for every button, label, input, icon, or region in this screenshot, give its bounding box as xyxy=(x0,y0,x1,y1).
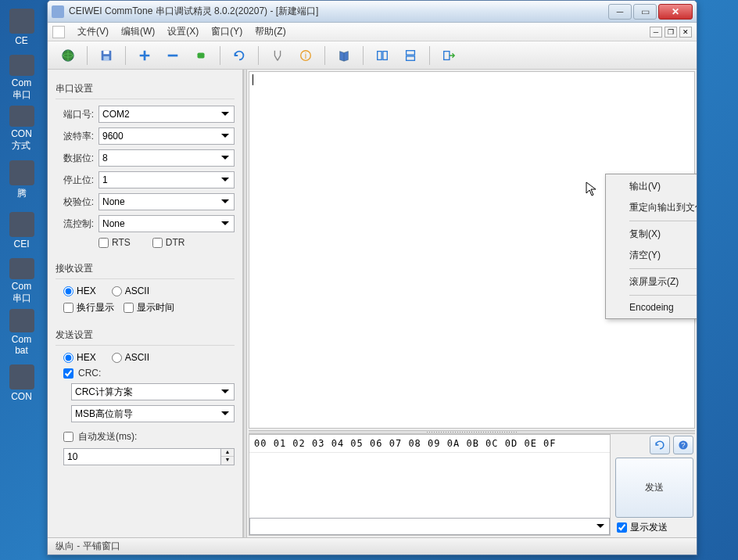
send-ascii-label[interactable]: ASCII xyxy=(125,352,149,363)
flow-select[interactable]: None xyxy=(99,215,235,232)
autosend-label[interactable]: 自动发送(ms): xyxy=(78,430,137,443)
serial-settings-header: 串口设置 xyxy=(56,79,235,99)
remove-icon[interactable] xyxy=(160,45,185,66)
crc-checkbox[interactable] xyxy=(63,368,73,379)
show-send-checkbox[interactable] xyxy=(617,522,627,533)
svg-text:?: ? xyxy=(681,440,685,449)
wrap-checkbox[interactable] xyxy=(63,303,73,313)
split-v-icon[interactable] xyxy=(370,45,395,66)
ctx-scroll[interactable]: 滚屏显示(Z) xyxy=(607,271,697,293)
menu-edit[interactable]: 编辑(W) xyxy=(115,23,161,40)
rts-checkbox[interactable] xyxy=(99,238,109,248)
flow-label: 流控制: xyxy=(56,217,99,231)
show-send-label[interactable]: 显示发送 xyxy=(630,521,668,534)
send-hex-radio[interactable] xyxy=(63,353,73,363)
recv-settings-header: 接收设置 xyxy=(56,259,235,279)
status-text: 纵向 - 平铺窗口 xyxy=(56,540,120,553)
dtr-checkbox[interactable] xyxy=(152,238,163,248)
send-button[interactable]: 发送 xyxy=(615,458,693,518)
info-icon[interactable]: i xyxy=(293,45,318,66)
mdi-minimize[interactable]: ─ xyxy=(650,27,662,38)
close-button[interactable]: ✕ xyxy=(658,4,693,20)
baud-select[interactable]: 9600 xyxy=(99,127,235,145)
send-ascii-radio[interactable] xyxy=(112,353,122,363)
parity-label: 校验位: xyxy=(56,196,99,209)
ctx-redirect[interactable]: 重定向输出到文件(W) xyxy=(607,197,697,218)
send-controls: ? 发送 显示发送 xyxy=(614,434,695,536)
autosend-checkbox[interactable] xyxy=(63,432,73,442)
interval-input[interactable] xyxy=(63,448,221,465)
menu-window[interactable]: 窗口(Y) xyxy=(205,23,249,40)
crc-label[interactable]: CRC: xyxy=(78,368,101,379)
titlebar[interactable]: CEIWEI CommTone 串口调试精灵 8.0.2(20207) - [新… xyxy=(48,1,697,23)
dtr-label[interactable]: DTR xyxy=(166,237,185,248)
book-icon[interactable] xyxy=(331,45,356,66)
body-area: 串口设置 端口号: COM2 波特率: 9600 数据位: 8 停止位: 1 校… xyxy=(48,70,697,537)
ctx-scroll-label: 滚屏显示(Z) xyxy=(629,275,679,289)
menu-help[interactable]: 帮助(Z) xyxy=(249,23,292,40)
refresh-button[interactable] xyxy=(650,436,670,454)
menu-settings[interactable]: 设置(X) xyxy=(161,23,205,40)
recv-ascii-label[interactable]: ASCII xyxy=(125,285,149,296)
desktop-icon[interactable]: Com串口 xyxy=(0,258,43,305)
mdi-close[interactable]: ✕ xyxy=(679,27,692,38)
wrap-label[interactable]: 换行显示 xyxy=(77,301,114,314)
ctx-encoding-label: Encodeing xyxy=(629,302,674,313)
port-select[interactable]: COM2 xyxy=(99,106,235,123)
time-checkbox[interactable] xyxy=(124,303,134,313)
add-icon[interactable] xyxy=(132,45,157,66)
recv-hex-label[interactable]: HEX xyxy=(77,285,96,296)
svg-rect-9 xyxy=(407,50,415,54)
parity-select[interactable]: None xyxy=(99,193,235,210)
desktop-icon[interactable]: CON xyxy=(0,360,43,407)
data-select[interactable]: 8 xyxy=(99,149,235,167)
send-hex-label[interactable]: HEX xyxy=(77,352,96,363)
svg-rect-4 xyxy=(198,52,205,58)
window-title: CEIWEI CommTone 串口调试精灵 8.0.2(20207) - [新… xyxy=(69,5,607,18)
svg-rect-7 xyxy=(378,51,382,59)
help-button[interactable]: ? xyxy=(673,436,693,454)
maximize-button[interactable]: ▭ xyxy=(633,4,657,20)
crc-scheme-select[interactable]: CRC计算方案 xyxy=(71,383,235,400)
recv-hex-radio[interactable] xyxy=(63,286,73,296)
desktop-icon[interactable]: CE xyxy=(0,4,43,51)
exit-icon[interactable] xyxy=(436,45,461,66)
stop-label: 停止位: xyxy=(56,174,99,187)
stop-select[interactable]: 1 xyxy=(99,171,235,188)
spin-down[interactable]: ▼ xyxy=(221,457,234,465)
redo-icon[interactable] xyxy=(227,45,252,66)
desktop-icon[interactable]: CEI xyxy=(0,207,43,254)
ctx-copy-label: 复制(X) xyxy=(629,228,661,241)
menu-file[interactable]: 文件(V) xyxy=(71,23,115,40)
horizontal-splitter[interactable] xyxy=(249,430,695,434)
minimize-button[interactable]: ─ xyxy=(608,4,632,20)
desktop-icon[interactable]: CON方式 xyxy=(0,106,43,153)
output-textarea[interactable]: 输出(V) Ctrl+S 重定向输出到文件(W) 复制(X) Ctrl+C 清空… xyxy=(249,71,695,429)
ctx-clear-label: 清空(Y) xyxy=(629,249,661,262)
msb-select[interactable]: MSB高位前导 xyxy=(71,405,235,422)
globe-icon[interactable] xyxy=(56,45,81,66)
ctx-separator xyxy=(629,221,697,221)
time-label[interactable]: 显示时间 xyxy=(137,301,174,314)
desktop-icon[interactable]: 腾 xyxy=(0,156,43,203)
desktop-icon[interactable]: Com串口 xyxy=(0,55,43,102)
mdi-restore[interactable]: ❐ xyxy=(665,27,677,38)
ctx-encoding[interactable]: Encodeing ▶ xyxy=(607,298,697,317)
record-icon[interactable] xyxy=(188,45,213,66)
ctx-clear[interactable]: 清空(Y) xyxy=(607,245,697,266)
split-h-icon[interactable] xyxy=(398,45,423,66)
desktop-icon[interactable]: Combat xyxy=(0,309,43,356)
context-menu: 输出(V) Ctrl+S 重定向输出到文件(W) 复制(X) Ctrl+C 清空… xyxy=(605,174,697,319)
rts-label[interactable]: RTS xyxy=(112,237,131,248)
main-window: CEIWEI CommTone 串口调试精灵 8.0.2(20207) - [新… xyxy=(47,0,697,555)
hex-body[interactable] xyxy=(249,453,610,518)
save-icon[interactable] xyxy=(94,45,119,66)
ctx-output-label: 输出(V) xyxy=(629,180,661,193)
tools-icon[interactable] xyxy=(265,45,290,66)
ctx-copy[interactable]: 复制(X) Ctrl+C xyxy=(607,224,697,245)
recv-ascii-radio[interactable] xyxy=(112,286,122,296)
spin-up[interactable]: ▲ xyxy=(221,449,234,457)
desktop-icons: CE Com串口 CON方式 腾 CEI Com串口 Combat CON xyxy=(0,0,47,560)
hex-combo[interactable] xyxy=(249,518,610,535)
ctx-output[interactable]: 输出(V) Ctrl+S xyxy=(607,176,697,197)
